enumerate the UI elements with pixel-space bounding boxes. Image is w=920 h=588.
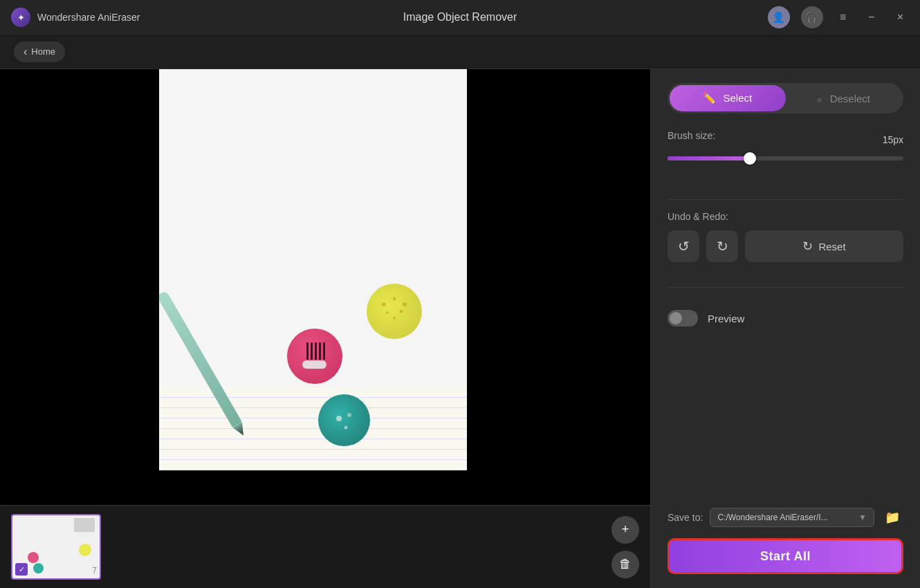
thumb-checkbox[interactable]: ✓ [15,563,28,576]
deselect-button[interactable]: ⬦ Deselect [786,85,902,111]
title-bar: ✦ Wondershare AniEraser Image Object Rem… [0,0,920,35]
undo-icon: ↺ [678,238,690,255]
redo-icon: ↻ [717,238,728,255]
pink-circle [287,329,342,384]
reset-icon: ↻ [802,239,813,254]
preview-toggle[interactable] [668,310,698,327]
svg-point-4 [400,310,403,313]
main-layout: ✓ 7 + 🗑 ✏️ Select [0,69,920,588]
browse-folder-button[interactable]: 📁 [881,506,903,529]
app-logo: ✦ [11,8,30,27]
slider-thumb[interactable] [744,152,756,165]
reset-label: Reset [818,241,845,252]
trash-icon: 🗑 [619,557,632,571]
canvas-area: ✓ 7 + 🗑 [0,69,650,588]
user-icon: 👤 [772,11,785,24]
svg-rect-6 [306,342,309,360]
select-deselect-toggle: ✏️ Select ⬦ Deselect [668,83,903,113]
headset-icon-btn[interactable]: 🎧 [801,6,823,28]
thumb-keyboard [74,518,95,532]
svg-point-14 [344,426,348,430]
undo-redo-row: ↺ ↻ ↻ Reset [668,230,903,262]
svg-rect-10 [323,342,325,360]
save-section: Save to: C:/Wondershare AniEraser/I... ▼… [668,495,903,574]
minimize-btn[interactable]: − [863,8,880,26]
filmstrip-thumbnail[interactable]: ✓ 7 [11,514,101,580]
plus-icon: + [622,522,629,537]
redo-button[interactable]: ↻ [706,230,738,262]
reset-button[interactable]: ↻ Reset [745,230,903,262]
teal-circle-art [318,394,370,446]
panel-spacer [668,338,903,495]
save-path-selector[interactable]: C:/Wondershare AniEraser/I... ▼ [710,508,874,527]
divider-2 [668,287,903,288]
app-title: Wondershare AniEraser [37,12,140,23]
pink-circle-art [287,329,342,384]
dropdown-icon: ▼ [858,513,867,522]
preview-label: Preview [708,313,744,324]
home-button[interactable]: ‹ Home [14,42,65,62]
thumb-teal [33,563,44,573]
logo-icon: ✦ [17,12,25,23]
black-bar-left [0,69,159,505]
headset-icon: 🎧 [805,11,818,24]
thumb-pink [28,552,39,563]
svg-rect-7 [311,342,313,360]
filmstrip-thumb-inner: ✓ 7 [12,515,100,578]
undo-redo-section: Undo & Redo: ↺ ↻ ↻ Reset [668,211,903,262]
folder-icon: 📁 [885,511,900,524]
save-row: Save to: C:/Wondershare AniEraser/I... ▼… [668,506,903,529]
deselect-icon: ⬦ [816,93,822,104]
home-label: Home [31,46,55,57]
black-bar-right [502,69,650,505]
svg-point-2 [403,302,407,306]
teal-circle [318,394,370,446]
select-icon: ✏️ [703,92,716,104]
thumb-yellow [79,544,91,556]
brush-size-slider[interactable] [668,156,903,160]
image-frame[interactable] [159,69,467,470]
svg-point-13 [347,413,351,417]
toggle-knob [670,312,682,324]
start-all-label: Start All [760,549,811,563]
brush-size-row: Brush size: 15px [668,130,903,149]
user-avatar[interactable]: 👤 [768,6,790,28]
deselect-label: Deselect [830,93,870,104]
svg-rect-8 [315,342,317,360]
preview-row: Preview [668,310,903,327]
select-button[interactable]: ✏️ Select [670,85,786,111]
notebook-lines [159,387,467,470]
add-file-button[interactable]: + [611,516,639,544]
close-btn[interactable]: × [892,8,909,26]
svg-point-12 [336,416,342,421]
svg-rect-9 [319,342,321,360]
svg-point-3 [386,311,389,314]
slider-fill [668,156,750,160]
canvas-viewport[interactable] [0,69,650,505]
divider-1 [668,199,903,200]
svg-point-5 [393,317,396,320]
title-bar-controls: 👤 🎧 ≡ − × [768,6,909,28]
svg-point-1 [393,297,396,301]
start-all-button[interactable]: Start All [668,538,903,574]
undo-redo-label: Undo & Redo: [668,211,903,222]
page-title: Image Object Remover [403,11,517,24]
select-label: Select [723,92,752,104]
back-icon: ‹ [24,46,27,58]
menu-btn[interactable]: ≡ [834,8,852,26]
save-to-label: Save to: [668,512,703,523]
nav-bar: ‹ Home [0,35,920,69]
brush-size-label: Brush size: [668,130,715,141]
svg-rect-11 [302,360,326,369]
title-bar-left: ✦ Wondershare AniEraser [11,8,140,27]
thumb-number: 7 [92,566,97,576]
yellow-circle [367,284,422,339]
brush-size-value: 15px [883,134,903,145]
yellow-circle-dots-svg [367,284,422,339]
undo-button[interactable]: ↺ [668,230,699,262]
brush-size-section: Brush size: 15px [668,130,903,174]
delete-file-button[interactable]: 🗑 [611,551,639,578]
save-path-text: C:/Wondershare AniEraser/I... [717,513,827,522]
filmstrip-actions: + 🗑 [611,516,639,578]
right-panel: ✏️ Select ⬦ Deselect Brush size: 15px Un… [650,69,920,588]
